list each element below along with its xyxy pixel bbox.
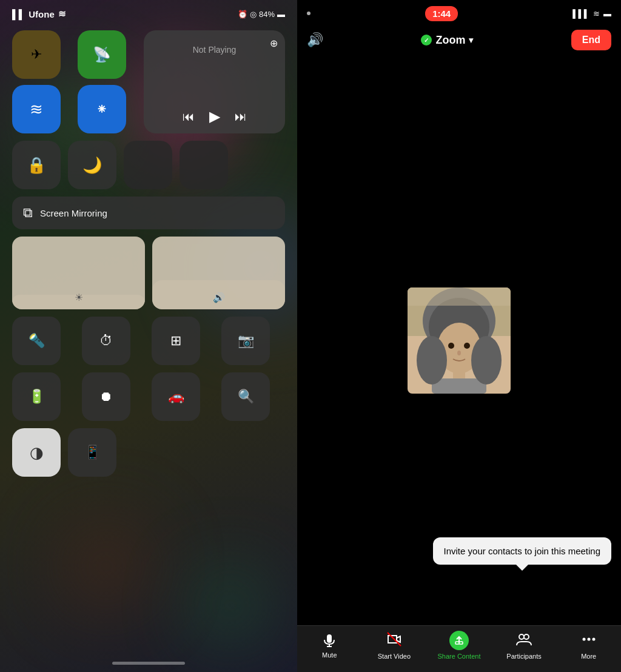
status-time: 1:44 bbox=[425, 6, 458, 21]
volume-slider[interactable]: 🔊 bbox=[152, 237, 285, 309]
prev-track-button[interactable]: ⏮ bbox=[183, 110, 195, 124]
svg-point-6 bbox=[464, 343, 470, 349]
battery-saver-button[interactable]: 🔋 bbox=[12, 372, 61, 421]
zoom-chevron-icon: ▾ bbox=[469, 35, 473, 45]
music-player: ⊕ Not Playing ⏮ ▶ ⏭ bbox=[144, 30, 285, 133]
remote-icon: 📱 bbox=[84, 445, 101, 460]
flashlight-button[interactable]: 🔦 bbox=[12, 317, 61, 365]
zoom-bottom-bar: Mute Start Video Share Con bbox=[297, 625, 621, 672]
music-controls: ⏮ ▶ ⏭ bbox=[152, 108, 277, 125]
share-up-arrow-svg bbox=[454, 635, 465, 646]
svg-point-23 bbox=[592, 638, 595, 641]
lock-icon: 🔒 bbox=[27, 156, 46, 175]
notification-dot bbox=[307, 12, 310, 15]
participants-button[interactable]: Participants bbox=[503, 631, 545, 660]
zoom-shield-icon: ✓ bbox=[421, 35, 432, 45]
video-slash-svg bbox=[386, 631, 403, 648]
night-shift-button[interactable] bbox=[180, 141, 228, 189]
invite-tooltip: Invite your contacts to join this meetin… bbox=[433, 537, 611, 565]
timer-button[interactable]: ⏱ bbox=[82, 317, 130, 365]
tooltip-text: Invite your contacts to join this meetin… bbox=[444, 546, 600, 556]
wifi-button[interactable]: ≋ bbox=[12, 85, 61, 133]
moon-icon: 🌙 bbox=[82, 156, 102, 175]
remote-button[interactable]: 📱 bbox=[68, 428, 116, 477]
status-right-icons: ▌▌▌ ≋ ▬ bbox=[572, 9, 611, 18]
more-dots-svg bbox=[580, 631, 597, 648]
participants-label: Participants bbox=[506, 653, 541, 660]
alarm-icon: ⏰ bbox=[238, 10, 247, 19]
battery-icon: ▬ bbox=[277, 10, 285, 19]
control-center-content: ✈ 📡 ≋ ⁕ ⊕ Not Playing ⏮ ▶ ⏭ bbox=[0, 24, 297, 483]
wifi-status-icon: ≋ bbox=[593, 9, 600, 18]
connectivity-grid: ✈ 📡 ≋ ⁕ bbox=[12, 30, 136, 133]
share-content-label: Share Content bbox=[438, 653, 481, 660]
zoom-status-bar: 1:44 ▌▌▌ ≋ ▬ bbox=[297, 0, 621, 25]
tooltip-arrow bbox=[516, 565, 528, 571]
mute-icon bbox=[321, 632, 338, 649]
carrier-info: ▌▌ Ufone ≋ bbox=[12, 8, 66, 19]
airplay-icon[interactable]: ⊕ bbox=[270, 38, 278, 49]
play-pause-button[interactable]: ▶ bbox=[209, 108, 220, 125]
battery-status-icon: ▬ bbox=[603, 9, 611, 18]
sliders-row: ☀ 🔊 bbox=[12, 237, 285, 309]
svg-point-21 bbox=[582, 638, 585, 641]
more-icon bbox=[580, 631, 597, 650]
not-playing-label: Not Playing bbox=[152, 45, 277, 55]
svg-point-22 bbox=[587, 638, 590, 641]
airplane-mode-button[interactable]: ✈ bbox=[12, 30, 61, 79]
screen-lock-button[interactable]: 🔒 bbox=[12, 141, 61, 189]
signal-bars-icon: ▌▌ bbox=[12, 9, 25, 19]
svg-point-19 bbox=[519, 634, 524, 639]
do-not-disturb-button[interactable]: 🌙 bbox=[68, 141, 116, 189]
record-button[interactable]: ⏺ bbox=[82, 372, 130, 421]
brightness-slider[interactable]: ☀ bbox=[12, 237, 145, 309]
end-meeting-button[interactable]: End bbox=[571, 30, 611, 50]
participant-video bbox=[408, 287, 511, 394]
bg-blur-4 bbox=[61, 520, 152, 611]
svg-point-7 bbox=[457, 351, 461, 355]
brightness-slider-button[interactable] bbox=[124, 141, 172, 189]
flashlight-icon: 🔦 bbox=[29, 333, 45, 349]
share-content-button[interactable]: Share Content bbox=[438, 631, 481, 660]
svg-point-20 bbox=[524, 634, 529, 639]
camera-button[interactable]: 📷 bbox=[221, 317, 270, 365]
wifi-icon: ≋ bbox=[58, 8, 66, 19]
last-row: ◑ 📱 bbox=[12, 428, 285, 477]
contrast-button[interactable]: ◑ bbox=[12, 428, 61, 477]
svg-rect-13 bbox=[327, 634, 332, 643]
more-button[interactable]: More bbox=[568, 631, 610, 660]
start-video-label: Start Video bbox=[378, 653, 411, 660]
location-icon: ◎ bbox=[250, 10, 257, 19]
top-row: ✈ 📡 ≋ ⁕ ⊕ Not Playing ⏮ ▶ ⏭ bbox=[12, 30, 285, 133]
svg-point-11 bbox=[471, 336, 502, 385]
carrier-name: Ufone bbox=[29, 9, 55, 19]
start-video-button[interactable]: Start Video bbox=[373, 631, 415, 660]
calculator-button[interactable]: ⊞ bbox=[152, 317, 200, 365]
battery-saver-icon: 🔋 bbox=[29, 389, 45, 405]
zoom-title-text: Zoom bbox=[435, 34, 465, 47]
next-track-button[interactable]: ⏭ bbox=[235, 110, 247, 124]
carplay-button[interactable]: 🚗 bbox=[152, 372, 200, 421]
bottom-grid-row1: 🔦 ⏱ ⊞ 📷 bbox=[12, 317, 285, 365]
volume-icon: 🔊 bbox=[213, 292, 225, 303]
speaker-icon[interactable]: 🔊 bbox=[307, 32, 323, 48]
screen-mirroring-row: ⧉ Screen Mirroring bbox=[12, 197, 285, 229]
status-bar: ▌▌ Ufone ≋ ⏰ ◎ 84% ▬ bbox=[0, 0, 297, 24]
carplay-icon: 🚗 bbox=[168, 389, 184, 405]
control-center-panel: ▌▌ Ufone ≋ ⏰ ◎ 84% ▬ ✈ 📡 ≋ bbox=[0, 0, 297, 672]
cellular-button[interactable]: 📡 bbox=[78, 30, 126, 79]
battery-percent: 84% bbox=[259, 10, 275, 19]
contrast-icon: ◑ bbox=[30, 443, 44, 462]
bluetooth-button[interactable]: ⁕ bbox=[78, 85, 126, 133]
status-right: ⏰ ◎ 84% ▬ bbox=[238, 10, 285, 19]
bluetooth-icon: ⁕ bbox=[96, 101, 108, 118]
airplane-icon: ✈ bbox=[31, 47, 42, 62]
camera-icon: 📷 bbox=[238, 333, 254, 349]
mute-button[interactable]: Mute bbox=[308, 632, 351, 659]
zoom-title[interactable]: ✓ Zoom ▾ bbox=[421, 34, 473, 47]
magnifier-button[interactable]: 🔍 bbox=[221, 372, 270, 421]
svg-rect-9 bbox=[432, 378, 486, 394]
wifi-icon: ≋ bbox=[30, 100, 43, 119]
signal-bars-icon: ▌▌▌ bbox=[572, 9, 589, 18]
screen-mirroring-button[interactable]: ⧉ Screen Mirroring bbox=[12, 197, 285, 229]
